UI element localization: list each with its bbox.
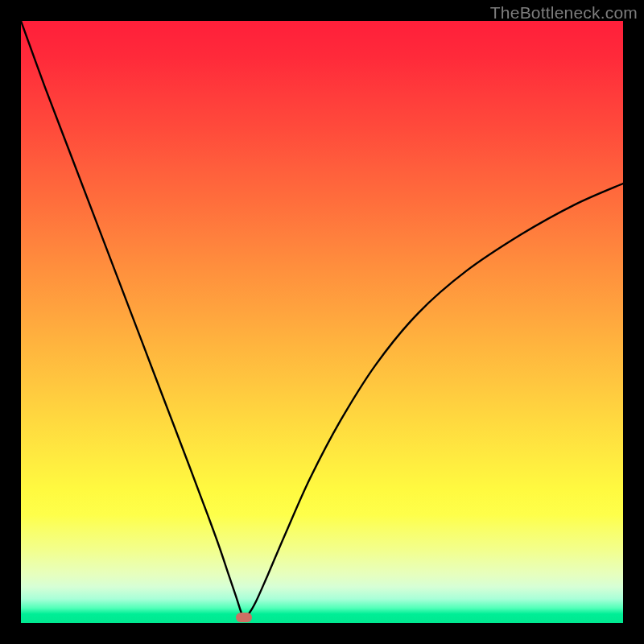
curve-path — [21, 21, 623, 617]
bottleneck-curve — [21, 21, 623, 623]
plot-area — [21, 21, 623, 623]
watermark-text: TheBottleneck.com — [490, 3, 638, 23]
chart-frame: TheBottleneck.com — [0, 0, 644, 644]
optimal-marker — [236, 613, 252, 622]
